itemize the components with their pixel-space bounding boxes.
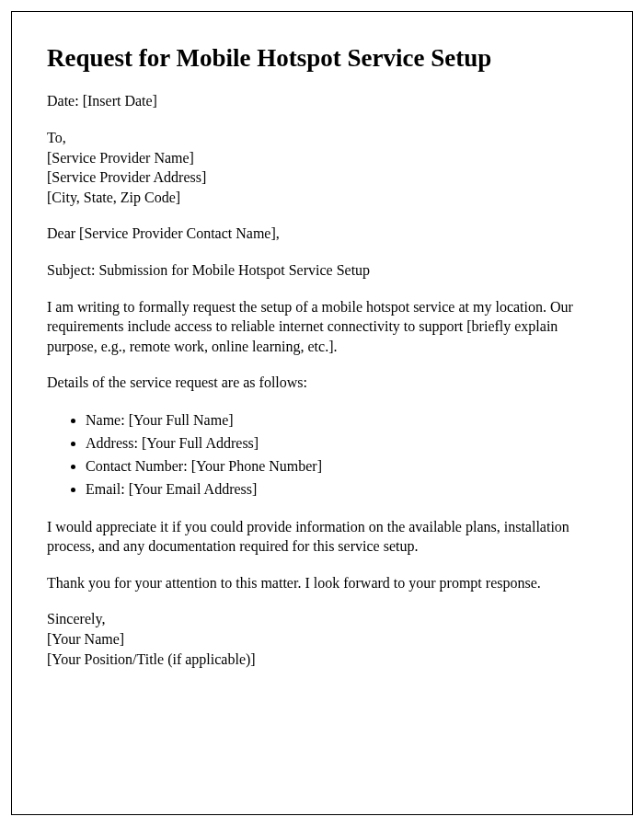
body-paragraph-2: I would appreciate it if you could provi… — [47, 517, 597, 557]
page-title: Request for Mobile Hotspot Service Setup — [47, 43, 597, 73]
document-page: Request for Mobile Hotspot Service Setup… — [11, 11, 633, 815]
closing-title: [Your Position/Title (if applicable)] — [47, 650, 597, 670]
details-intro: Details of the service request are as fo… — [47, 373, 597, 393]
recipient-address-block: To, [Service Provider Name] [Service Pro… — [47, 128, 597, 207]
closing-sincerely: Sincerely, — [47, 609, 597, 629]
closing-name: [Your Name] — [47, 629, 597, 650]
to-line: To, — [47, 128, 597, 148]
details-list: Name: [Your Full Name] Address: [Your Fu… — [47, 409, 597, 500]
body-paragraph-3: Thank you for your attention to this mat… — [47, 573, 597, 593]
list-item: Contact Number: [Your Phone Number] — [86, 455, 597, 477]
date-line: Date: [Insert Date] — [47, 91, 597, 111]
list-item: Email: [Your Email Address] — [86, 478, 597, 500]
salutation: Dear [Service Provider Contact Name], — [47, 224, 597, 244]
closing-block: Sincerely, [Your Name] [Your Position/Ti… — [47, 609, 597, 669]
provider-city-state-zip: [City, State, Zip Code] — [47, 188, 597, 208]
list-item: Address: [Your Full Address] — [86, 432, 597, 454]
provider-name: [Service Provider Name] — [47, 148, 597, 168]
subject-line: Subject: Submission for Mobile Hotspot S… — [47, 260, 597, 281]
body-paragraph-1: I am writing to formally request the set… — [47, 297, 597, 357]
list-item: Name: [Your Full Name] — [86, 409, 597, 431]
provider-address: [Service Provider Address] — [47, 167, 597, 188]
